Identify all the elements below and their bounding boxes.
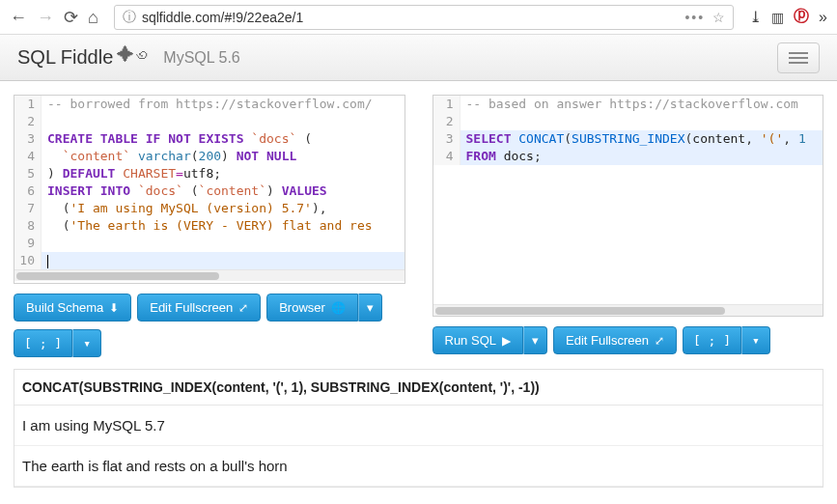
results-header: CONCAT(SUBSTRING_INDEX(content, '(', 1),…	[14, 370, 823, 406]
schema-panel: 1-- borrowed from https://stackoverflow.…	[14, 95, 405, 357]
format-split-right: [ ; ] ▾	[683, 326, 770, 354]
format-caret-right[interactable]: ▾	[741, 326, 770, 354]
library-icon[interactable]: ▥	[771, 10, 784, 25]
info-icon: ⓘ	[123, 9, 136, 26]
format-split-left: [ ; ] ▾	[14, 329, 101, 357]
query-panel: 1-- based on answer https://stackoverflo…	[432, 95, 824, 357]
schema-hscroll[interactable]	[14, 269, 405, 281]
results-row: I am using MySQL 5.7	[14, 406, 823, 446]
format-caret-left[interactable]: ▾	[72, 329, 101, 357]
edit-fullscreen-button-left[interactable]: Edit Fullscreen⤢	[137, 294, 261, 322]
editor-panels: 1-- borrowed from https://stackoverflow.…	[0, 81, 837, 365]
reload-icon[interactable]: ⟳	[64, 9, 78, 26]
browser-split-button: Browser🌐 ▾	[266, 294, 382, 322]
schema-line-1: -- borrowed from https://stackoverflow.c…	[47, 97, 373, 111]
expand-icon: ⤢	[655, 334, 664, 348]
browser-button[interactable]: Browser🌐	[266, 294, 358, 322]
browser-toolbar: ← → ⟳ ⌂ ⓘ sqlfiddle.com/#!9/22ea2e/1 •••…	[0, 0, 837, 35]
chevron-down-icon: ▾	[367, 300, 374, 315]
download-icon: ⬇	[109, 301, 119, 315]
overflow-icon[interactable]: »	[819, 9, 827, 26]
results-row: The earth is flat and rests on a bull's …	[14, 446, 823, 487]
brand-text: SQL Fiddle	[17, 46, 113, 69]
nav-buttons: ← → ⟳ ⌂	[10, 9, 98, 26]
globe-icon: 🌐	[331, 301, 346, 315]
more-icon[interactable]: •••	[684, 10, 705, 25]
browser-right-icons: ⤓ ▥ ⓟ »	[749, 7, 827, 27]
build-schema-button[interactable]: Build Schema⬇	[14, 294, 131, 322]
url-bar[interactable]: ⓘ sqlfiddle.com/#!9/22ea2e/1 ••• ☆	[114, 5, 734, 30]
cursor	[47, 255, 48, 268]
run-sql-caret[interactable]: ▾	[523, 326, 547, 354]
logo-icon: ✦꩜	[117, 45, 152, 66]
db-label[interactable]: MySQL 5.6	[163, 49, 239, 67]
chevron-down-icon: ▾	[532, 333, 539, 348]
brand[interactable]: SQL Fiddle ✦꩜	[17, 46, 152, 69]
browser-caret[interactable]: ▾	[358, 294, 382, 322]
forward-icon[interactable]: →	[37, 9, 54, 26]
query-editor[interactable]: 1-- based on answer https://stackoverflo…	[432, 95, 824, 317]
play-icon: ▶	[502, 334, 511, 348]
run-sql-button[interactable]: Run SQL▶	[432, 326, 523, 354]
run-sql-split: Run SQL▶ ▾	[432, 326, 547, 354]
query-hscroll[interactable]	[433, 304, 823, 316]
expand-icon: ⤢	[238, 301, 248, 315]
edit-fullscreen-button-right[interactable]: Edit Fullscreen⤢	[553, 326, 677, 354]
pinterest-icon[interactable]: ⓟ	[794, 7, 809, 27]
schema-editor[interactable]: 1-- borrowed from https://stackoverflow.…	[14, 95, 405, 284]
schema-buttons: Build Schema⬇ Edit Fullscreen⤢ Browser🌐 …	[14, 294, 405, 322]
home-icon[interactable]: ⌂	[88, 9, 98, 26]
url-text: sqlfiddle.com/#!9/22ea2e/1	[142, 10, 303, 25]
query-line-1: -- based on answer https://stackoverflow…	[466, 97, 798, 111]
bookmark-icon[interactable]: ☆	[712, 10, 725, 25]
menu-button[interactable]	[777, 42, 820, 73]
results-table: CONCAT(SUBSTRING_INDEX(content, '(', 1),…	[14, 369, 823, 488]
back-icon[interactable]: ←	[10, 9, 27, 26]
query-buttons: Run SQL▶ ▾ Edit Fullscreen⤢ [ ; ] ▾	[432, 326, 824, 354]
page-header: SQL Fiddle ✦꩜ MySQL 5.6	[0, 35, 837, 81]
format-button-right[interactable]: [ ; ]	[683, 326, 741, 354]
download-icon[interactable]: ⤓	[749, 8, 762, 26]
format-button-left[interactable]: [ ; ]	[14, 329, 72, 357]
